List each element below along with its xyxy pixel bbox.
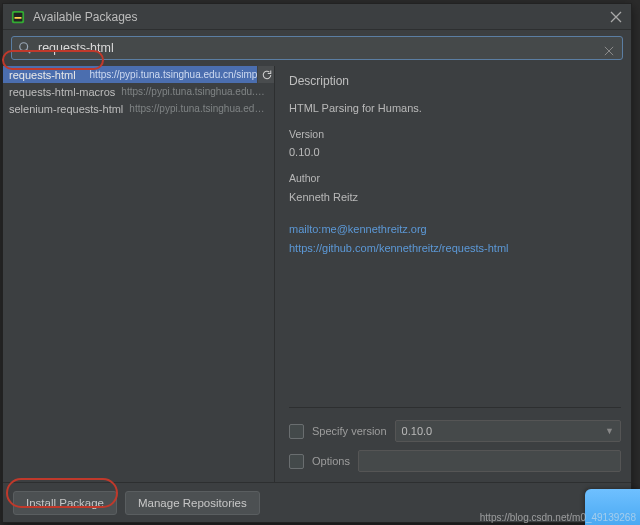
description-heading: Description bbox=[289, 74, 621, 88]
svg-line-4 bbox=[27, 50, 31, 54]
author-email-link[interactable]: mailto:me@kennethreitz.org bbox=[289, 221, 621, 238]
options-label: Options bbox=[312, 455, 350, 467]
specify-version-row: Specify version 0.10.0 ▼ bbox=[289, 416, 621, 446]
package-source: https://pypi.tuna.tsinghua.edu.cn/simple… bbox=[121, 86, 268, 97]
description-body: HTML Parsing for Humans. Version 0.10.0 … bbox=[289, 100, 621, 401]
package-name: selenium-requests-html bbox=[9, 103, 123, 115]
package-source: https://pypi.tuna.tsinghua.edu.cn/simple… bbox=[82, 69, 268, 80]
repo-link[interactable]: https://github.com/kennethreitz/requests… bbox=[289, 240, 621, 257]
manage-repositories-button[interactable]: Manage Repositories bbox=[125, 491, 260, 515]
package-row[interactable]: requests-html-macros https://pypi.tuna.t… bbox=[3, 83, 274, 100]
titlebar: Available Packages bbox=[3, 4, 631, 30]
package-list-panel: requests-html https://pypi.tuna.tsinghua… bbox=[3, 66, 275, 482]
search-bar bbox=[3, 30, 631, 66]
search-input[interactable] bbox=[38, 41, 598, 55]
clear-search-icon[interactable] bbox=[604, 42, 616, 54]
package-row[interactable]: requests-html https://pypi.tuna.tsinghua… bbox=[3, 66, 274, 83]
package-source: https://pypi.tuna.tsinghua.edu.cn/simple… bbox=[129, 103, 268, 114]
description-panel: Description HTML Parsing for Humans. Ver… bbox=[275, 66, 631, 482]
specify-version-label: Specify version bbox=[312, 425, 387, 437]
available-packages-dialog: Available Packages requests-html https:/… bbox=[2, 3, 632, 523]
svg-rect-2 bbox=[15, 17, 22, 19]
svg-point-3 bbox=[20, 43, 28, 51]
options-input[interactable] bbox=[358, 450, 621, 472]
search-field-wrap[interactable] bbox=[11, 36, 623, 60]
dialog-title: Available Packages bbox=[33, 10, 609, 24]
install-options: Specify version 0.10.0 ▼ Options bbox=[289, 407, 621, 482]
specify-version-checkbox[interactable] bbox=[289, 424, 304, 439]
dialog-body: requests-html https://pypi.tuna.tsinghua… bbox=[3, 66, 631, 482]
search-icon bbox=[18, 41, 32, 55]
package-name: requests-html bbox=[9, 69, 76, 81]
author-value: Kenneth Reitz bbox=[289, 189, 621, 206]
options-row: Options bbox=[289, 446, 621, 476]
author-label: Author bbox=[289, 171, 621, 187]
package-row[interactable]: selenium-requests-html https://pypi.tuna… bbox=[3, 100, 274, 117]
options-checkbox[interactable] bbox=[289, 454, 304, 469]
dialog-footer: Install Package Manage Repositories bbox=[3, 482, 631, 522]
app-icon bbox=[11, 10, 25, 24]
specify-version-dropdown[interactable]: 0.10.0 ▼ bbox=[395, 420, 621, 442]
specify-version-value: 0.10.0 bbox=[402, 425, 433, 437]
close-icon[interactable] bbox=[609, 10, 623, 24]
version-label: Version bbox=[289, 127, 621, 143]
package-name: requests-html-macros bbox=[9, 86, 115, 98]
corner-widget[interactable] bbox=[585, 489, 640, 525]
description-summary: HTML Parsing for Humans. bbox=[289, 100, 621, 117]
version-value: 0.10.0 bbox=[289, 144, 621, 161]
refresh-icon[interactable] bbox=[257, 66, 274, 83]
package-list[interactable]: requests-html https://pypi.tuna.tsinghua… bbox=[3, 66, 274, 482]
chevron-down-icon: ▼ bbox=[605, 426, 614, 436]
install-package-button[interactable]: Install Package bbox=[13, 491, 117, 515]
